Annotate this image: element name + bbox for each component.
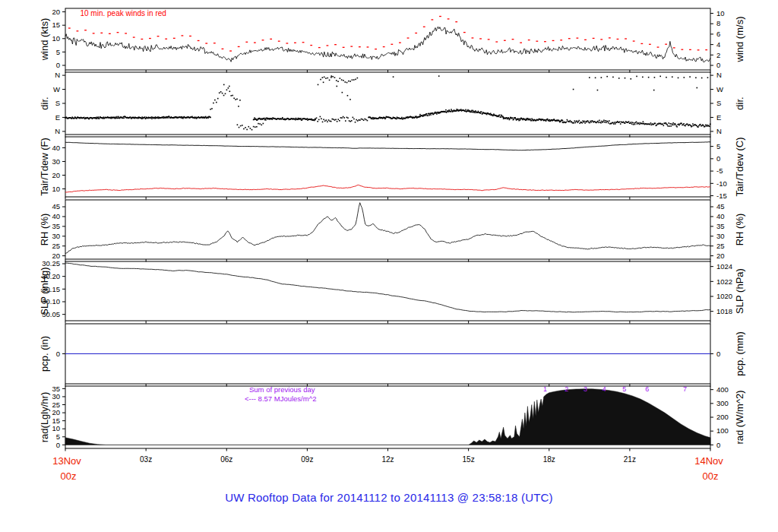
wind-dir-dot [607, 121, 609, 122]
peak-wind-dot [367, 46, 369, 47]
wind-dir-dot [530, 119, 531, 120]
y-tick-label-right: 4 [716, 40, 720, 49]
tair-trace [65, 142, 710, 150]
wind-dir-dot [281, 118, 283, 119]
peak-wind-dot [262, 40, 264, 40]
wind-dir-dot [456, 109, 457, 110]
wind-dir-dot [242, 125, 243, 126]
wind-dir-dot [451, 109, 452, 110]
peak-wind-dot [343, 47, 345, 48]
wind-dir-dot [205, 116, 207, 118]
wind-dir-dot [320, 116, 321, 118]
wind-dir-dot [258, 123, 259, 125]
y-tick-label-right: 8 [716, 19, 720, 27]
wind-dir-dot [697, 87, 698, 89]
wind-dir-dot [337, 121, 338, 122]
wind-dir-dot [358, 119, 359, 121]
wind-dir-dot [337, 119, 339, 120]
wind-dir-dot [486, 114, 488, 116]
y-tick-label-left: 30 [52, 157, 60, 166]
wind-dir-dot [438, 112, 439, 114]
peak-wind-dot [584, 40, 587, 40]
wind-dir-dot [689, 76, 691, 78]
wind-dir-dot [648, 77, 650, 78]
mj-mark: 1 [543, 385, 547, 393]
y-tick-label-right: 1022 [716, 277, 732, 286]
wind-dir-dot [683, 123, 685, 125]
wind-dir-dot [103, 116, 104, 118]
wind-dir-dot [675, 124, 676, 125]
wind-dir-dot [608, 122, 609, 124]
wind-dir-dot [229, 86, 230, 87]
y-axis-title-right: pcp. (mm) [734, 331, 745, 376]
wind-dir-dot [566, 122, 568, 123]
mj-mark: 5 [622, 385, 626, 393]
wind-dir-dot [540, 120, 542, 122]
wind-dir-dot [250, 128, 251, 129]
wind-dir-dot [353, 119, 355, 120]
wind-dir-dot [709, 125, 710, 127]
peak-wind-dot [68, 27, 71, 28]
wind-dir-dot [118, 116, 119, 118]
wind-dir-dot [357, 120, 359, 122]
wind-dir-dot [701, 78, 703, 79]
wind-dir-dot [509, 118, 511, 119]
y-tick-label-left: 0 [56, 61, 60, 69]
wind-dir-dot [298, 118, 299, 119]
wind-dir-dot [181, 116, 182, 118]
wind-dir-dot [681, 123, 682, 125]
wind-dir-dot [118, 118, 119, 119]
panel-dir: NESWNNESWNdir.dir. [39, 71, 745, 137]
peak-wind-dot [100, 33, 103, 33]
peak-wind-dot [198, 40, 200, 41]
wind-dir-dot [182, 117, 183, 119]
wind-dir-dot [213, 103, 214, 104]
wind-dir-dot [590, 122, 592, 123]
peak-wind-dot [423, 27, 425, 27]
wind-dir-dot [526, 119, 527, 121]
wind-dir-dot [577, 121, 579, 122]
wind-dir-dot [365, 119, 367, 121]
y-tick-label-right: N [716, 127, 722, 135]
wind-dir-dot [367, 120, 368, 122]
wind-dir-dot [243, 128, 245, 130]
wind-dir-dot [228, 87, 229, 89]
wind-dir-dot [220, 91, 222, 93]
wind-dir-dot [211, 108, 213, 109]
wind-dir-dot [456, 110, 457, 112]
wind-dir-dot [471, 110, 473, 112]
wind-dir-dot [669, 123, 671, 125]
peak-wind-dot [270, 39, 272, 40]
wind-dir-dot [150, 116, 152, 118]
x-tick-label: 09z [301, 455, 313, 464]
peak-wind-dot [350, 46, 353, 46]
wind-dir-dot [272, 119, 274, 120]
end-date-label: 14Nov [694, 455, 723, 467]
wind-dir-dot [264, 119, 266, 121]
peak-wind-dot [536, 41, 538, 42]
wind-dir-dot [144, 116, 146, 118]
wind-dir-dot [222, 93, 223, 94]
wind-dir-dot [115, 116, 116, 118]
wind-dir-dot [361, 119, 362, 120]
wind-dir-dot [346, 82, 348, 84]
wind-dir-dot [370, 117, 372, 119]
peak-wind-dot [568, 38, 571, 39]
wind-dir-dot [318, 84, 319, 86]
wind-dir-dot [363, 119, 365, 121]
wind-dir-dot [445, 109, 447, 111]
wind-dir-dot [322, 122, 324, 123]
peak-wind-dot [149, 38, 151, 39]
peak-wind-dot [93, 33, 95, 33]
wind-dir-dot [589, 122, 590, 124]
wind-dir-dot [96, 117, 97, 119]
y-tick-label-left: 20 [52, 252, 60, 260]
y-tick-label-right: 40 [716, 212, 725, 220]
wind-dir-dot [687, 124, 688, 125]
wind-dir-dot [336, 80, 337, 81]
panel-slp: 30.0530.1030.1530.2030.25101810201022102… [39, 259, 745, 323]
wind-dir-dot [325, 78, 327, 79]
wind-dir-dot [514, 117, 516, 119]
y-tick-label-right: 0 [716, 154, 720, 163]
peak-wind-dot [189, 36, 191, 36]
